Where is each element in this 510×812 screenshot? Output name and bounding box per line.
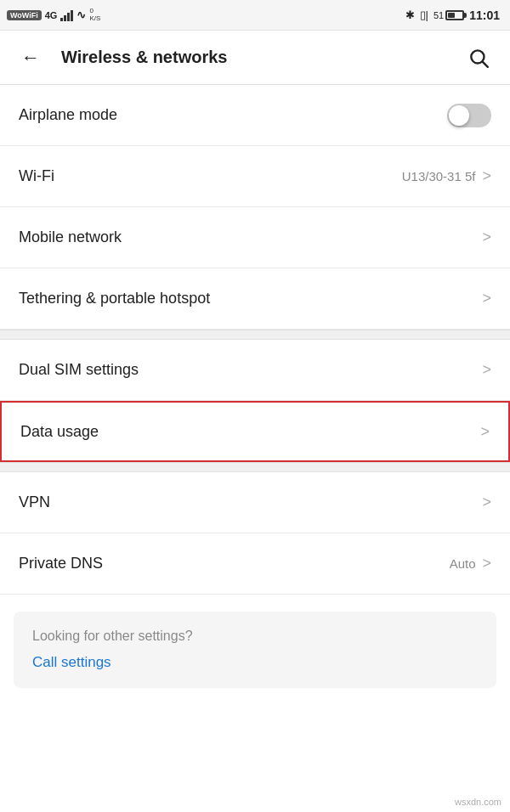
private-dns-right: Auto > (450, 555, 491, 572)
wifi-chevron-icon: > (482, 167, 491, 185)
wifi-right: U13/30-31 5f > (402, 167, 491, 185)
private-dns-left: Private DNS (19, 555, 103, 572)
watermark: wsxdn.com (455, 797, 502, 807)
wifi-left: Wi-Fi (19, 167, 54, 185)
private-dns-label: Private DNS (19, 555, 103, 572)
wifi-item[interactable]: Wi-Fi U13/30-31 5f > (0, 146, 510, 207)
mobile-network-chevron-icon: > (482, 228, 491, 246)
call-settings-link[interactable]: Call settings (32, 654, 111, 670)
settings-section-3: VPN > Private DNS Auto > (0, 472, 510, 595)
battery-indicator: 51 (434, 10, 464, 20)
dual-sim-label: Dual SIM settings (19, 361, 139, 379)
search-icon (468, 47, 490, 69)
airplane-mode-left: Airplane mode (19, 106, 117, 124)
private-dns-item[interactable]: Private DNS Auto > (0, 533, 510, 595)
data-usage-chevron-icon: > (480, 423, 490, 441)
mobile-network-item[interactable]: Mobile network > (0, 207, 510, 268)
tethering-left: Tethering & portable hotspot (19, 290, 210, 307)
dual-sim-item[interactable]: Dual SIM settings > (0, 340, 510, 401)
footer-card: Looking for other settings? Call setting… (14, 612, 496, 688)
data-usage-right: > (477, 423, 490, 441)
bluetooth-icon: ✱ (405, 8, 415, 21)
status-right: ✱ ▯| 51 11:01 (405, 8, 500, 22)
wifi-label: Wi-Fi (19, 167, 54, 185)
app-bar: ← Wireless & networks (0, 31, 510, 85)
tethering-item[interactable]: Tethering & portable hotspot > (0, 268, 510, 330)
search-button[interactable] (461, 40, 496, 76)
tethering-label: Tethering & portable hotspot (19, 290, 210, 307)
footer-card-text: Looking for other settings? (32, 629, 478, 644)
network-type: 4G (45, 10, 58, 20)
wifi-status-icon: ∿ (76, 8, 86, 21)
section-divider-2 (0, 462, 510, 472)
data-usage-item[interactable]: Data usage > (0, 401, 510, 462)
vpn-label: VPN (19, 493, 50, 511)
vpn-chevron-icon: > (482, 493, 491, 511)
dual-sim-right: > (479, 361, 491, 379)
tethering-right: > (479, 290, 491, 307)
tethering-chevron-icon: > (482, 290, 491, 307)
airplane-mode-toggle[interactable] (447, 104, 491, 127)
data-usage-label: Data usage (20, 423, 99, 441)
vpn-left: VPN (19, 493, 50, 511)
mobile-network-label: Mobile network (19, 228, 122, 246)
wifi-value: U13/30-31 5f (402, 169, 476, 183)
dual-sim-chevron-icon: > (482, 361, 491, 379)
page-title: Wireless & networks (61, 48, 227, 67)
toggle-thumb (449, 105, 469, 126)
vpn-right: > (479, 493, 491, 511)
status-left: WoWiFi 4G ∿ 0 K/S (7, 8, 100, 23)
status-bar: WoWiFi 4G ∿ 0 K/S ✱ ▯| 51 11:01 (0, 0, 510, 31)
dual-sim-left: Dual SIM settings (19, 361, 139, 379)
airplane-mode-right (447, 104, 491, 127)
private-dns-value: Auto (450, 556, 476, 571)
clock: 11:01 (469, 8, 500, 22)
battery-percent: 51 (434, 10, 444, 20)
airplane-mode-label: Airplane mode (19, 106, 117, 124)
vpn-item[interactable]: VPN > (0, 472, 510, 533)
back-arrow-icon: ← (20, 48, 41, 68)
mobile-network-right: > (479, 228, 491, 246)
app-bar-left: ← Wireless & networks (14, 41, 227, 75)
battery-icon (445, 10, 464, 20)
airplane-mode-item[interactable]: Airplane mode (0, 85, 510, 146)
section-divider-1 (0, 330, 510, 340)
data-usage-left: Data usage (20, 423, 99, 441)
settings-section-2: Dual SIM settings > Data usage > (0, 340, 510, 462)
wowifi-badge: WoWiFi (7, 10, 42, 20)
back-button[interactable]: ← (14, 41, 48, 75)
signal-bars (60, 9, 73, 21)
settings-section-1: Airplane mode Wi-Fi U13/30-31 5f > Mobil… (0, 85, 510, 330)
vibrate-icon: ▯| (420, 8, 428, 21)
speed-indicator: 0 K/S (89, 8, 100, 23)
private-dns-chevron-icon: > (482, 555, 491, 572)
mobile-network-left: Mobile network (19, 228, 122, 246)
svg-line-1 (483, 61, 488, 66)
